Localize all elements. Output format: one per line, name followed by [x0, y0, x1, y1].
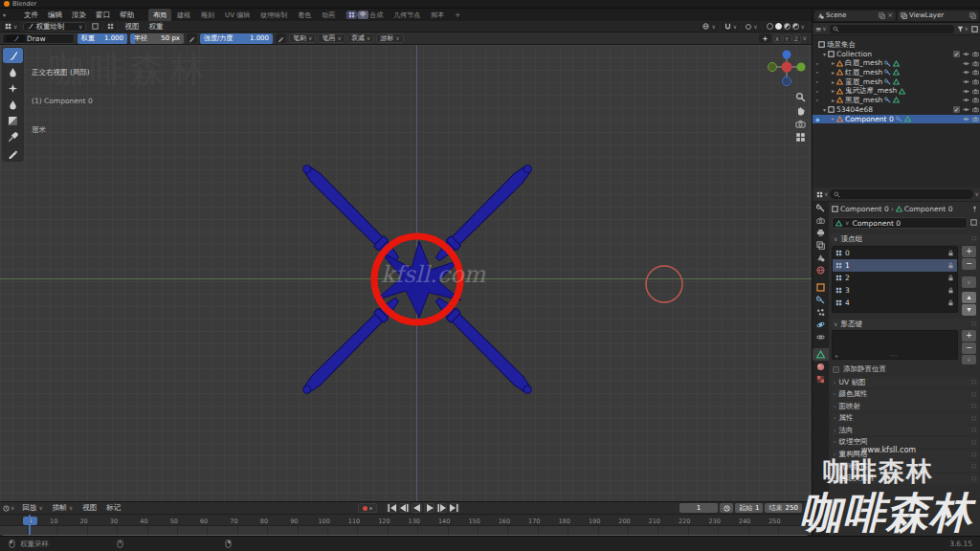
vertex-group-row[interactable]: 0: [833, 247, 957, 259]
outliner-item-label[interactable]: Collection: [836, 50, 872, 58]
panel-menu-icon[interactable]: ∷: [971, 474, 976, 483]
hide-eye-icon[interactable]: [963, 78, 969, 85]
snapping-magnet-icon[interactable]: ∨: [722, 22, 740, 32]
workspace-tab[interactable]: 动画: [317, 9, 340, 21]
properties-tab-output[interactable]: [813, 227, 829, 239]
expand-icon[interactable]: ▾: [823, 52, 826, 57]
material-shading-button[interactable]: [784, 23, 791, 30]
breadcrumb-object[interactable]: Component 0: [840, 205, 889, 213]
rest-position-checkbox[interactable]: [833, 366, 839, 373]
outliner-row[interactable]: ▾53404e68✓: [813, 105, 980, 115]
auto-keying-button[interactable]: [358, 503, 377, 513]
timeline-channel-area[interactable]: [0, 526, 812, 535]
paint-mask-vertex-toggle[interactable]: [104, 22, 117, 32]
current-frame-field[interactable]: 1: [679, 503, 718, 513]
workspace-tab[interactable]: 雕刻: [196, 9, 219, 21]
vertex-group-specials-button[interactable]: ∨: [962, 276, 976, 288]
jump-to-end-button[interactable]: [449, 503, 459, 513]
tool-draw-button[interactable]: [3, 48, 23, 63]
outliner-row[interactable]: • ▸ 白眉_mesh: [813, 58, 980, 68]
properties-tab-object[interactable]: [813, 281, 829, 294]
expand-icon[interactable]: ▸: [832, 60, 835, 66]
workspace-tab[interactable]: 布局: [148, 9, 171, 21]
timeline-ruler[interactable]: 1 10203040506070809010011012013014015016…: [0, 515, 812, 526]
panel-menu-icon[interactable]: ∷: [971, 414, 976, 423]
brush-selector[interactable]: Draw: [2, 33, 75, 44]
ime-language-badge[interactable]: 中: [358, 11, 368, 19]
lock-icon[interactable]: [947, 262, 954, 269]
copy-icon[interactable]: [879, 12, 885, 19]
move-group-down-button[interactable]: ▾: [962, 304, 976, 316]
symmetry-dropdown-icon[interactable]: ∨: [803, 35, 807, 41]
disable-render-camera-icon[interactable]: [972, 106, 979, 113]
preview-range-toggle[interactable]: [720, 503, 733, 513]
properties-tab-material[interactable]: [813, 361, 829, 373]
menu-item[interactable]: 文件: [19, 11, 43, 20]
proportional-edit-icon[interactable]: ∨: [743, 22, 760, 32]
menu-item[interactable]: 渲染: [67, 11, 91, 20]
tool-gradient-button[interactable]: [3, 113, 23, 128]
panel-menu-icon[interactable]: ∷: [971, 451, 976, 459]
properties-tab-physics[interactable]: [813, 319, 829, 331]
hide-eye-icon[interactable]: [963, 97, 969, 103]
timeline-menu-item[interactable]: 视图: [78, 503, 101, 513]
menu-item[interactable]: 编辑: [43, 11, 67, 20]
panel-menu-icon[interactable]: ∷: [971, 234, 976, 243]
panel-menu-icon[interactable]: ∷: [971, 438, 976, 447]
expand-icon[interactable]: ▸: [832, 98, 835, 103]
disable-render-camera-icon[interactable]: [972, 69, 979, 76]
add-vertex-group-button[interactable]: +: [962, 246, 976, 257]
panel-menu-icon[interactable]: ∷: [971, 462, 976, 471]
frame-end-field[interactable]: 结束250: [765, 503, 801, 513]
properties-search-input[interactable]: [830, 189, 972, 199]
outliner-row[interactable]: • ▸ 鬼武达摩_mesh: [813, 86, 980, 96]
tool-sample-button[interactable]: [3, 129, 23, 144]
scene-selector[interactable]: Scene ×: [814, 11, 896, 21]
outliner-row[interactable]: • ▸ 红眉_mesh: [813, 68, 980, 77]
collapsed-panel[interactable]: ›纹理空间∷: [831, 437, 979, 448]
tool-annotate-button[interactable]: [3, 145, 23, 161]
hide-eye-icon[interactable]: [963, 51, 969, 57]
vertex-group-row[interactable]: 3: [833, 284, 957, 297]
popover-1[interactable]: 笔画∨: [318, 33, 345, 43]
disable-render-camera-icon[interactable]: [972, 88, 979, 95]
add-shape-key-button[interactable]: +: [962, 330, 976, 342]
viewport-menu-item[interactable]: 权重: [144, 22, 167, 32]
jump-to-start-button[interactable]: [387, 503, 397, 513]
play-button[interactable]: [424, 503, 434, 513]
strength-pressure-toggle[interactable]: [276, 33, 286, 43]
properties-tab-scene[interactable]: [813, 252, 829, 264]
outliner-search-input[interactable]: [830, 25, 954, 33]
lock-icon[interactable]: [947, 250, 954, 256]
viewlayer-selector[interactable]: ViewLayer: [898, 11, 979, 21]
hide-eye-icon[interactable]: [963, 116, 969, 122]
popover-0[interactable]: 笔刷∨: [289, 33, 316, 43]
collapsed-panel[interactable]: ›自定义属性∷: [831, 474, 979, 484]
workspace-tab[interactable]: 建模: [172, 9, 195, 21]
properties-tab-texture[interactable]: [813, 373, 829, 386]
gizmo-y-axis[interactable]: [797, 63, 806, 72]
outliner-item-label[interactable]: 黑眉_mesh: [845, 96, 882, 105]
panel-menu-icon[interactable]: ∷: [971, 320, 976, 328]
collapsed-panel[interactable]: ›属性∷: [831, 413, 979, 424]
expand-icon[interactable]: ▸: [832, 79, 835, 85]
collapsed-panel[interactable]: ›UV 贴图∷: [831, 377, 979, 387]
weight-slider[interactable]: 权重1.000: [78, 33, 127, 44]
gizmo-neg-y-axis[interactable]: [768, 63, 777, 72]
expand-icon[interactable]: ▸: [832, 88, 835, 94]
hide-eye-icon[interactable]: [963, 106, 969, 113]
tool-smear-button[interactable]: [3, 97, 23, 112]
workspace-tab[interactable]: 纹理绘制: [256, 9, 292, 21]
hide-eye-icon[interactable]: [963, 69, 969, 76]
popover-3[interactable]: 游标∨: [376, 33, 403, 43]
collection-checkbox[interactable]: ✓: [953, 106, 960, 113]
collapsed-panel[interactable]: ›几何数据∷: [831, 461, 979, 472]
pin-icon[interactable]: [971, 206, 978, 212]
disable-render-camera-icon[interactable]: [972, 97, 979, 103]
shape-keys-panel-header[interactable]: ∨形态键∷: [831, 319, 979, 329]
keyboard-icon[interactable]: [346, 11, 357, 19]
expand-icon[interactable]: ▸: [832, 70, 835, 76]
properties-options-icon[interactable]: ∨: [975, 191, 979, 197]
outliner-item-label[interactable]: 鬼武达摩_mesh: [845, 86, 897, 96]
camera-view-icon[interactable]: [794, 118, 807, 130]
